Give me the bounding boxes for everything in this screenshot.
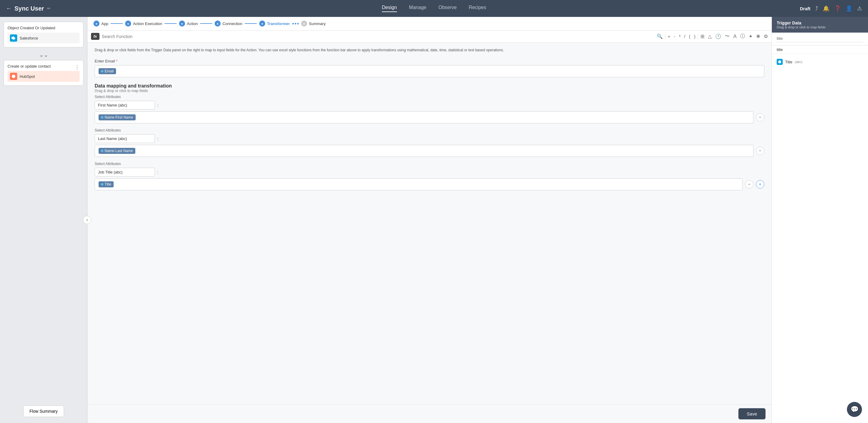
trigger-item-title-type: (abc): [795, 60, 802, 64]
chat-button[interactable]: 💬: [847, 402, 862, 417]
action-more-button[interactable]: ⋮: [75, 64, 80, 70]
step-transformer-label: Transformer: [267, 22, 290, 26]
wave-icon[interactable]: 〜: [725, 33, 730, 39]
last-name-select[interactable]: Last Name (abc): [95, 134, 155, 143]
trigger-node-item[interactable]: Salesforce: [7, 33, 80, 44]
last-name-input[interactable]: Name-Last Name: [95, 145, 753, 157]
action-node-title: Create or update contact: [7, 64, 51, 68]
step-app-label: App: [101, 22, 108, 26]
salesforce-icon: [10, 34, 17, 41]
job-title-select[interactable]: Job Title (abc): [95, 168, 155, 176]
trigger-item-sf-icon: [777, 59, 783, 65]
back-button[interactable]: ←: [6, 5, 11, 12]
action-node: Create or update contact ⋮ HubSpot: [4, 60, 84, 86]
middle-content: ● App ● Action Execution ● Action ● Conn…: [87, 17, 772, 423]
step-connection: ● Connection: [215, 21, 242, 27]
step-connection-label: Connection: [222, 22, 242, 26]
formula-close-paren[interactable]: ): [694, 34, 695, 39]
text-icon[interactable]: A: [733, 34, 737, 39]
formula-input[interactable]: [102, 34, 654, 39]
attr-select-label-3: Select Attributes: [95, 162, 121, 166]
info-icon[interactable]: ⓘ: [740, 33, 745, 39]
step-connection-circle: ●: [215, 21, 221, 27]
hubspot-label: HubSpot: [20, 74, 35, 79]
sf-dot-first-name: [101, 116, 103, 119]
toolbar-icons: ⊞ △ 🕐 〜 A ⓘ ✦ ❋ ⚙: [701, 33, 768, 39]
first-name-input[interactable]: Name-First Name: [95, 111, 753, 123]
formula-divide[interactable]: /: [684, 34, 685, 39]
alert-icon[interactable]: ⚠: [857, 5, 862, 12]
flow-connector: ⌄⌄: [4, 50, 84, 60]
flow-summary-button[interactable]: Flow Summary: [23, 405, 64, 417]
formula-multiply[interactable]: *: [679, 34, 681, 39]
user-menu-icon[interactable]: 👤: [846, 5, 852, 12]
colon-sep-1: :: [157, 103, 158, 108]
job-title-input[interactable]: Title: [95, 178, 743, 190]
flow-title: Sync User: [14, 5, 44, 12]
attr-select-label-row-2: Select Attributes: [95, 128, 764, 133]
attr-select-control-first-name: First Name (abc) :: [95, 101, 764, 110]
step-app-circle: ●: [93, 21, 99, 27]
save-button[interactable]: Save: [738, 408, 766, 419]
job-title-pill: Title: [98, 181, 114, 187]
tab-design[interactable]: Design: [382, 5, 397, 12]
formula-minus[interactable]: -: [674, 34, 675, 39]
last-name-pill: Name-Last Name: [98, 148, 135, 154]
trigger-search-area: [772, 33, 868, 46]
data-mapping-subtitle: Drag & drop or click to map fields: [95, 89, 764, 93]
step-dot-2: [295, 23, 296, 24]
attr-select-row-first-name: Select Attributes: [95, 95, 764, 99]
trigger-item-title[interactable]: Title (abc): [777, 56, 863, 67]
help-icon[interactable]: ❓: [834, 5, 841, 12]
sidebar-collapse-button[interactable]: ‹: [83, 216, 91, 224]
email-input-area[interactable]: Email: [95, 65, 764, 77]
flower-icon[interactable]: ❋: [756, 33, 760, 39]
step-dot-1: [292, 23, 294, 24]
step-action: ● Action: [179, 21, 198, 27]
tab-observe[interactable]: Observe: [438, 5, 457, 12]
external-link-icon[interactable]: ⤴: [815, 5, 818, 12]
attr-select-control-last-name: Last Name (abc) :: [95, 134, 764, 143]
email-field-label: Enter Email *: [95, 59, 764, 63]
first-name-select[interactable]: First Name (abc): [95, 101, 155, 110]
step-summary-circle: ●: [301, 21, 307, 27]
step-action-execution-circle: ●: [125, 21, 131, 27]
draft-badge: Draft: [800, 6, 810, 11]
grid-icon[interactable]: ⊞: [701, 33, 704, 39]
required-asterisk: *: [116, 59, 118, 63]
attr-row-job-title: Select Attributes Job Title (abc) : Titl…: [95, 162, 764, 190]
edit-title-icon[interactable]: ✏: [47, 6, 51, 11]
action-node-item[interactable]: HubSpot: [7, 71, 80, 82]
action-node-header: Create or update contact ⋮: [7, 64, 80, 71]
step-transformer-circle: ●: [259, 21, 265, 27]
step-action-execution: ● Action Execution: [125, 21, 162, 27]
settings-icon[interactable]: ⚙: [764, 33, 768, 39]
tab-manage[interactable]: Manage: [409, 5, 427, 12]
bottom-bar: Save: [87, 404, 772, 423]
formula-plus[interactable]: +: [668, 34, 670, 39]
data-mapping-title: Data mapping and transformation: [95, 83, 764, 89]
notifications-icon[interactable]: 🔔: [823, 5, 830, 12]
content-area: Drag & drop or click fields from the Tri…: [87, 43, 772, 404]
star-icon[interactable]: ✦: [749, 33, 752, 39]
attr-select-label-2: Select Attributes: [95, 128, 121, 133]
tab-recipes[interactable]: Recipes: [469, 5, 486, 12]
step-connector-3: [200, 23, 212, 24]
remove-last-name-button[interactable]: −: [756, 147, 764, 155]
formula-search-icon[interactable]: 🔍: [657, 33, 663, 39]
formula-ops: + - * / ( ): [668, 34, 695, 39]
remove-first-name-button[interactable]: −: [756, 113, 764, 121]
attr-select-label-row-3: Select Attributes: [95, 162, 764, 166]
step-connector-4: [245, 23, 257, 24]
clock-icon[interactable]: 🕐: [715, 33, 721, 39]
chart-icon[interactable]: △: [708, 33, 712, 39]
add-attribute-button[interactable]: +: [756, 180, 764, 189]
left-sidebar: Object Created Or Updated Salesforce ⌄⌄ …: [0, 17, 87, 423]
first-name-pill: Name-First Name: [98, 114, 135, 120]
remove-job-title-button[interactable]: −: [745, 180, 753, 189]
attr-row-last-name: Select Attributes Last Name (abc) : Name…: [95, 128, 764, 157]
colon-sep-2: :: [157, 136, 158, 141]
svg-point-0: [12, 75, 16, 78]
formula-open-paren[interactable]: (: [689, 34, 690, 39]
trigger-search-input[interactable]: [777, 36, 863, 42]
